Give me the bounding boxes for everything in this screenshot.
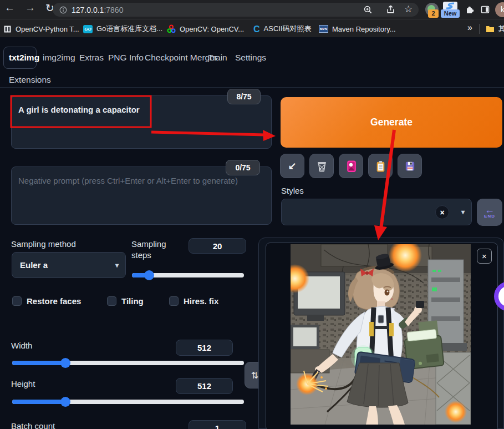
webui-page: txt2img img2img Extras PNG Info Checkpoi…	[0, 37, 504, 429]
save-style-button[interactable]	[398, 154, 422, 178]
slider-thumb[interactable]	[144, 270, 154, 280]
tabs-divider	[0, 87, 504, 88]
slider-fill	[12, 400, 68, 404]
swap-icon: ⇅	[251, 370, 258, 381]
zoom-icon[interactable]	[363, 5, 373, 14]
slider-thumb[interactable]	[60, 358, 70, 368]
folder-icon	[486, 25, 495, 33]
trash-icon	[315, 160, 328, 173]
clear-prompt-button[interactable]	[309, 154, 334, 178]
tab-extras[interactable]: Extras	[79, 53, 104, 63]
opencv-logo-icon	[167, 24, 176, 33]
slider-fill	[12, 361, 68, 365]
url-text: 127.0.0.1:7860	[72, 6, 123, 14]
notification-badge: 2	[428, 9, 439, 18]
close-icon: ×	[482, 251, 487, 261]
bookmark-ascii[interactable]: C ASCII码对照表	[253, 20, 312, 38]
tab-extensions[interactable]: Extensions	[9, 75, 51, 85]
result-image-frame: ×	[266, 243, 498, 429]
go-icon: GO	[83, 25, 93, 33]
end-arrow-icon: ←	[485, 206, 495, 214]
params-arrow-icon: ↙	[288, 160, 296, 172]
tiling-label: Tiling	[121, 296, 144, 306]
width-label: Width	[11, 341, 32, 350]
page-info-icon[interactable]	[59, 6, 67, 14]
tiling-checkbox[interactable]	[107, 296, 116, 306]
profile-avatar[interactable]: k	[495, 2, 504, 17]
new-badge: New	[441, 9, 460, 18]
clipboard-icon	[374, 160, 387, 173]
screenshot-root: ← → ↻ 127.0.0.1:7860 ☆ 2 New k OpenCV-Py…	[0, 0, 504, 429]
batch-count-label: Batch count	[11, 421, 55, 429]
chevron-down-icon[interactable]: ▾	[461, 208, 465, 216]
extra-networks-button[interactable]	[339, 154, 363, 178]
tab-img2img[interactable]: img2img	[43, 53, 75, 63]
bookmark-go-docs[interactable]: GO Go语言标准库文档...	[83, 20, 162, 38]
tab-png-info[interactable]: PNG Info	[108, 53, 144, 63]
styles-dropdown[interactable]: × ▾	[281, 199, 472, 225]
close-image-button[interactable]: ×	[477, 249, 492, 264]
share-icon[interactable]	[386, 4, 395, 14]
restore-faces-checkbox[interactable]	[12, 296, 22, 306]
prompt-token-counter: 8/75	[227, 89, 261, 104]
extensions-puzzle-icon[interactable]	[465, 4, 475, 14]
tab-settings[interactable]: Settings	[235, 53, 266, 63]
bookmark-opencv[interactable]: OpenCV: OpenCV...	[167, 20, 244, 38]
chevron-down-icon: ▾	[115, 261, 119, 269]
sampling-method-select[interactable]: Euler a ▾	[12, 252, 126, 278]
negative-token-counter: 0/75	[226, 160, 260, 175]
floppy-save-icon	[404, 160, 416, 173]
height-value[interactable]: 512	[176, 378, 233, 394]
end-key-overlay-button[interactable]: ← END	[477, 199, 502, 226]
tab-checkpoint-merger[interactable]: Checkpoint Merger	[145, 53, 217, 63]
c-icon: C	[253, 25, 260, 33]
batch-count-value[interactable]: 1	[189, 420, 246, 429]
bookmarks-overflow-chevron[interactable]: »	[467, 23, 472, 33]
width-slider[interactable]	[12, 361, 244, 365]
bookmark-star-icon[interactable]: ☆	[404, 3, 413, 15]
other-bookmarks-folder[interactable]: 其	[486, 20, 504, 38]
bookmark-label: Maven Repository...	[332, 25, 396, 33]
bookmark-label: Go语言标准库文档...	[96, 24, 162, 34]
bookmark-opencv-python[interactable]: OpenCV-Python T...	[3, 20, 79, 38]
extension-logo-icon[interactable]	[443, 2, 457, 10]
slider-thumb[interactable]	[60, 397, 70, 407]
sampling-steps-slider[interactable]	[132, 273, 244, 277]
browser-toolbar: ← → ↻ 127.0.0.1:7860 ☆ 2 New k	[0, 0, 504, 19]
end-label: END	[484, 214, 495, 219]
read-params-button[interactable]: ↙	[280, 154, 304, 178]
docs-grid-icon	[3, 25, 12, 33]
sampling-method-label: Sampling method	[11, 239, 76, 249]
bookmarks-bar: OpenCV-Python T... GO Go语言标准库文档... OpenC…	[0, 19, 504, 37]
generated-image[interactable]	[291, 244, 471, 425]
apply-styles-button[interactable]	[368, 154, 393, 178]
back-icon[interactable]: ←	[4, 2, 15, 14]
clear-styles-icon[interactable]: ×	[435, 205, 449, 219]
height-slider[interactable]	[12, 400, 244, 404]
tab-train[interactable]: Train	[208, 53, 227, 63]
generate-button[interactable]: Generate	[281, 97, 502, 148]
result-panel: ×	[258, 238, 504, 429]
bookmarks-divider	[479, 24, 480, 34]
styles-label: Styles	[281, 186, 304, 195]
sampling-method-value: Euler a	[20, 260, 48, 270]
bookmark-maven[interactable]: MVN Maven Repository...	[319, 20, 396, 38]
hires-fix-label: Hires. fix	[184, 296, 218, 306]
forward-icon[interactable]: →	[25, 2, 35, 14]
width-value[interactable]: 512	[176, 340, 233, 356]
bookmark-label: OpenCV-Python T...	[16, 25, 79, 33]
restore-faces-label: Restore faces	[27, 296, 81, 306]
hires-fix-checkbox[interactable]	[169, 296, 179, 306]
height-label: Height	[11, 379, 35, 388]
bookmark-label: OpenCV: OpenCV...	[180, 25, 244, 33]
tab-txt2img[interactable]: txt2img	[9, 53, 39, 63]
maven-icon: MVN	[319, 25, 328, 33]
extra-networks-card-icon	[345, 160, 358, 173]
bookmark-label: ASCII码对照表	[264, 24, 312, 34]
folder-label: 其	[498, 24, 504, 34]
side-panel-icon[interactable]	[480, 4, 490, 14]
sampling-steps-label: Sampling steps	[131, 239, 184, 261]
sampling-steps-value[interactable]: 20	[189, 238, 246, 254]
